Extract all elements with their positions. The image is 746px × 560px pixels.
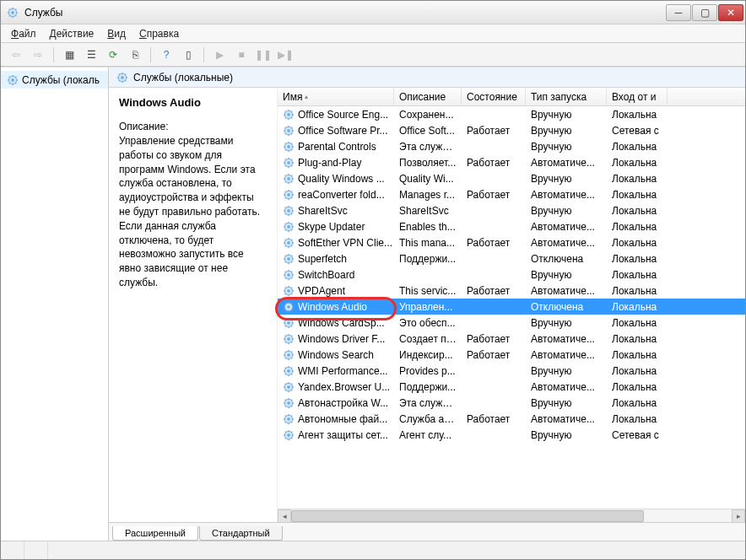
service-row[interactable]: Windows SearchИндексир...РаботаетАвтомат… xyxy=(278,347,745,363)
service-state xyxy=(462,258,526,260)
service-desc: Enables th... xyxy=(394,220,462,234)
service-state xyxy=(462,210,526,212)
service-row[interactable]: Автонастройка W...Эта служб...ВручнуюЛок… xyxy=(278,395,745,411)
menu-view[interactable]: Вид xyxy=(102,26,131,41)
separator xyxy=(150,47,151,62)
service-logon: Локальна xyxy=(607,412,668,426)
service-list[interactable]: Office Source Eng...Сохранен...ВручнуюЛо… xyxy=(278,106,745,509)
service-name: Office Software Pr... xyxy=(298,125,388,137)
service-desc: This servic... xyxy=(394,284,462,298)
menu-help[interactable]: Справка xyxy=(134,26,184,41)
service-row[interactable]: Windows Driver F...Создает пр...Работает… xyxy=(278,331,745,347)
service-row[interactable]: Автономные фай...Служба ав...РаботаетАвт… xyxy=(278,411,745,427)
service-startup: Вручную xyxy=(526,140,607,153)
service-row[interactable]: Office Source Eng...Сохранен...ВручнуюЛо… xyxy=(278,106,745,122)
service-desc: Агент слу... xyxy=(394,428,462,442)
service-logon: Локальна xyxy=(607,380,668,394)
service-state xyxy=(462,146,526,148)
tree-item-services-local[interactable]: Службы (локаль xyxy=(1,71,108,89)
gear-icon xyxy=(6,73,19,86)
refresh-button[interactable]: ⟳ xyxy=(103,46,123,64)
service-name: Windows Audio xyxy=(298,301,367,313)
service-logon: Локальна xyxy=(607,396,668,410)
service-logon: Сетевая с xyxy=(607,428,668,442)
app-icon xyxy=(6,6,19,19)
service-name: SwitchBoard xyxy=(298,269,354,281)
service-row[interactable]: SuperfetchПоддержи...ОтключенаЛокальна xyxy=(278,250,745,267)
sort-asc-icon: ▴ xyxy=(305,93,308,100)
list-header: Имя▴ Описание Состояние Тип запуска Вход… xyxy=(278,88,745,106)
service-desc: Поддержи... xyxy=(394,252,462,266)
service-row[interactable]: SwitchBoardВручнуюЛокальна xyxy=(278,267,745,283)
scroll-right-button[interactable]: ▸ xyxy=(732,509,745,523)
service-row[interactable]: VPDAgentThis servic...РаботаетАвтоматиче… xyxy=(278,283,745,299)
service-logon: Локальна xyxy=(607,188,668,202)
scroll-track[interactable] xyxy=(291,510,732,522)
service-logon: Локальна xyxy=(607,156,668,170)
service-startup: Вручную xyxy=(526,396,607,410)
service-name: Plug-and-Play xyxy=(298,157,361,169)
service-desc: Служба ав... xyxy=(394,412,462,426)
service-row[interactable]: Skype UpdaterEnables th...Автоматиче...Л… xyxy=(278,218,745,234)
export-list-button[interactable]: ⎘ xyxy=(125,46,145,64)
column-name[interactable]: Имя▴ xyxy=(278,88,394,105)
gear-icon xyxy=(283,317,295,329)
gear-icon xyxy=(283,301,295,313)
close-button[interactable]: ✕ xyxy=(718,4,743,21)
properties-button[interactable]: ☰ xyxy=(81,46,101,64)
service-state xyxy=(462,402,526,404)
service-desc: Эта служб... xyxy=(394,140,462,153)
service-row[interactable]: Office Software Pr...Office Soft...Работ… xyxy=(278,122,745,138)
service-row[interactable]: Yandex.Browser U...Поддержи...Автоматиче… xyxy=(278,379,745,395)
service-state xyxy=(462,274,526,276)
horizontal-scrollbar[interactable]: ◂ ▸ xyxy=(278,509,745,522)
service-row[interactable]: Plug-and-PlayПозволяет...РаботаетАвтомат… xyxy=(278,154,745,170)
stop-service-button[interactable]: ■ xyxy=(231,46,251,64)
gear-icon xyxy=(283,381,295,393)
forward-button[interactable]: ⇨ xyxy=(28,46,48,64)
service-name: Windows CardSp... xyxy=(298,317,385,329)
service-startup: Автоматиче... xyxy=(526,412,607,426)
maximize-button[interactable]: ▢ xyxy=(692,4,717,21)
service-desc: Позволяет... xyxy=(394,156,462,170)
scroll-left-button[interactable]: ◂ xyxy=(278,509,291,523)
pause-service-button[interactable]: ❚❚ xyxy=(253,46,273,64)
tab-extended[interactable]: Расширенный xyxy=(112,526,198,541)
column-startup[interactable]: Тип запуска xyxy=(526,88,607,105)
service-row[interactable]: SoftEther VPN Clie...This mana...Работае… xyxy=(278,234,745,250)
service-state xyxy=(462,370,526,372)
menu-action[interactable]: Действие xyxy=(45,26,100,41)
gear-icon xyxy=(283,333,295,345)
start-service-button[interactable]: ▶ xyxy=(209,46,230,64)
column-logon[interactable]: Вход от и xyxy=(607,88,668,105)
service-row[interactable]: Агент защиты сет...Агент слу...ВручнуюСе… xyxy=(278,427,745,443)
service-row[interactable]: Quality Windows ...Quality Wi...ВручнуюЛ… xyxy=(278,170,745,186)
restart-service-button[interactable]: ▶❚ xyxy=(275,46,295,64)
service-row[interactable]: WMI Performance...Provides p...ВручнуюЛо… xyxy=(278,363,745,379)
service-desc: Office Soft... xyxy=(394,124,462,137)
service-state: Работает xyxy=(462,348,526,362)
service-state: Работает xyxy=(462,284,526,298)
help-button[interactable]: ? xyxy=(156,46,176,64)
service-row[interactable]: ShareItSvcShareItSvcВручнуюЛокальна xyxy=(278,202,745,218)
back-button[interactable]: ⇦ xyxy=(6,46,26,64)
minimize-button[interactable]: ─ xyxy=(666,4,691,21)
service-row[interactable]: Windows AudioУправлен...ОтключенаЛокальн… xyxy=(278,299,745,315)
service-row[interactable]: Windows CardSp...Это обесп...ВручнуюЛока… xyxy=(278,315,745,331)
service-state: Работает xyxy=(462,156,526,170)
tab-standard[interactable]: Стандартный xyxy=(199,526,283,541)
column-description[interactable]: Описание xyxy=(394,88,462,105)
menu-file[interactable]: Файл xyxy=(6,26,41,41)
service-desc: Эта служб... xyxy=(394,396,462,410)
service-desc: Сохранен... xyxy=(394,108,462,121)
scroll-thumb[interactable] xyxy=(291,510,644,522)
show-hide-tree-button[interactable]: ▦ xyxy=(59,46,79,64)
console-button[interactable]: ▯ xyxy=(178,46,198,64)
service-state xyxy=(462,114,526,116)
service-row[interactable]: Parental ControlsЭта служб...ВручнуюЛока… xyxy=(278,138,745,154)
service-desc: Управлен... xyxy=(394,300,462,314)
gear-icon xyxy=(283,397,295,409)
description-text: Управление средствами работы со звуком д… xyxy=(119,134,267,290)
column-state[interactable]: Состояние xyxy=(462,88,526,105)
service-row[interactable]: reaConverter fold...Manages r...Работает… xyxy=(278,186,745,202)
